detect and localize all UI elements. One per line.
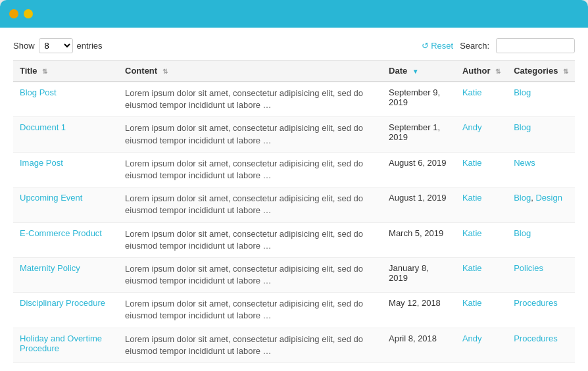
category-link[interactable]: Blog (514, 228, 531, 238)
category-link[interactable]: Blog (514, 122, 531, 132)
data-table: Title ⇅ Content ⇅ Date Author ⇅ Categori… (13, 60, 575, 363)
table-row: Image PostLorem ipsum dolor sit amet, co… (13, 152, 575, 187)
titlebar (0, 0, 588, 28)
cell-author: Katie (456, 152, 507, 187)
cell-categories: News (507, 152, 575, 187)
right-controls: ↺ Reset Search: (422, 38, 575, 53)
title-link[interactable]: E-Commerce Product (20, 228, 102, 238)
category-link[interactable]: Procedures (514, 298, 557, 308)
app-window: Show 8 10 25 50 100 entries ↺ Reset Sear… (0, 0, 588, 371)
cell-title: Disciplinary Procedure (13, 293, 118, 328)
cell-date: August 1, 2019 (382, 187, 456, 222)
cell-date: May 12, 2018 (382, 293, 456, 328)
search-label: Search: (460, 41, 489, 51)
search-input[interactable] (496, 38, 575, 53)
title-link[interactable]: Maternity Policy (20, 263, 80, 273)
cell-author: Katie (456, 257, 507, 292)
category-link[interactable]: Blog (514, 87, 531, 97)
cell-title: Blog Post (13, 82, 118, 117)
cell-content: Lorem ipsum dolor sit amet, consectetur … (118, 117, 382, 152)
cell-content: Lorem ipsum dolor sit amet, consectetur … (118, 257, 382, 292)
show-entries-control: Show 8 10 25 50 100 entries (13, 38, 103, 53)
table-row: Holiday and Overtime ProcedureLorem ipsu… (13, 328, 575, 362)
cell-categories: Blog, Design (507, 187, 575, 222)
author-link[interactable]: Katie (462, 87, 482, 97)
category-link[interactable]: Policies (514, 263, 543, 273)
author-link[interactable]: Katie (462, 158, 482, 168)
entries-label: entries (77, 41, 103, 51)
cell-categories: Procedures (507, 328, 575, 362)
cell-date: September 9, 2019 (382, 82, 456, 117)
table-body: Blog PostLorem ipsum dolor sit amet, con… (13, 82, 575, 363)
cell-date: January 8, 2019 (382, 257, 456, 292)
cell-title: Holiday and Overtime Procedure (13, 328, 118, 362)
reset-icon: ↺ (422, 41, 429, 51)
cell-author: Katie (456, 82, 507, 117)
cell-content: Lorem ipsum dolor sit amet, consectetur … (118, 152, 382, 187)
cell-title: Maternity Policy (13, 257, 118, 292)
author-link[interactable]: Andy (462, 334, 482, 343)
minimize-dot[interactable] (24, 9, 33, 18)
author-link[interactable]: Katie (462, 228, 482, 238)
table-header: Title ⇅ Content ⇅ Date Author ⇅ Categori… (13, 61, 575, 82)
table-row: Maternity PolicyLorem ipsum dolor sit am… (13, 257, 575, 292)
cell-title: Document 1 (13, 117, 118, 152)
title-link[interactable]: Image Post (20, 158, 63, 168)
date-sort-icon (412, 68, 419, 75)
cell-date: March 5, 2019 (382, 222, 456, 257)
cell-content: Lorem ipsum dolor sit amet, consectetur … (118, 328, 382, 362)
title-sort-icon: ⇅ (42, 68, 47, 75)
table-row: Document 1Lorem ipsum dolor sit amet, co… (13, 117, 575, 152)
cell-title: E-Commerce Product (13, 222, 118, 257)
col-title[interactable]: Title ⇅ (13, 61, 118, 82)
cell-date: April 8, 2018 (382, 328, 456, 362)
title-link[interactable]: Upcoming Event (20, 193, 82, 203)
table-row: E-Commerce ProductLorem ipsum dolor sit … (13, 222, 575, 257)
cell-author: Andy (456, 117, 507, 152)
top-controls: Show 8 10 25 50 100 entries ↺ Reset Sear… (13, 38, 575, 53)
cell-content: Lorem ipsum dolor sit amet, consectetur … (118, 82, 382, 117)
cell-title: Upcoming Event (13, 187, 118, 222)
author-link[interactable]: Andy (462, 122, 482, 132)
author-link[interactable]: Katie (462, 193, 482, 203)
cell-content: Lorem ipsum dolor sit amet, consectetur … (118, 187, 382, 222)
title-link[interactable]: Holiday and Overtime Procedure (20, 334, 102, 353)
col-date[interactable]: Date (382, 61, 456, 82)
title-link[interactable]: Document 1 (20, 122, 66, 132)
cell-date: August 6, 2019 (382, 152, 456, 187)
author-sort-icon: ⇅ (495, 68, 501, 75)
categories-sort-icon: ⇅ (563, 68, 568, 75)
cell-content: Lorem ipsum dolor sit amet, consectetur … (118, 222, 382, 257)
table-row: Upcoming EventLorem ipsum dolor sit amet… (13, 187, 575, 222)
main-content: Show 8 10 25 50 100 entries ↺ Reset Sear… (0, 28, 588, 371)
cell-author: Andy (456, 328, 507, 362)
category-link[interactable]: Procedures (514, 334, 557, 343)
author-link[interactable]: Katie (462, 298, 482, 308)
content-sort-icon: ⇅ (162, 68, 168, 75)
col-categories[interactable]: Categories ⇅ (507, 61, 575, 82)
cell-categories: Procedures (507, 293, 575, 328)
category-link[interactable]: Blog (514, 193, 531, 203)
table-row: Disciplinary ProcedureLorem ipsum dolor … (13, 293, 575, 328)
entries-select[interactable]: 8 10 25 50 100 (39, 38, 73, 53)
col-author[interactable]: Author ⇅ (456, 61, 507, 82)
cell-author: Katie (456, 187, 507, 222)
cell-author: Katie (456, 293, 507, 328)
cell-title: Image Post (13, 152, 118, 187)
cell-categories: Policies (507, 257, 575, 292)
category-link[interactable]: News (514, 158, 535, 168)
close-dot[interactable] (9, 9, 18, 18)
cell-categories: Blog (507, 82, 575, 117)
cell-categories: Blog (507, 222, 575, 257)
cell-author: Katie (456, 222, 507, 257)
col-content[interactable]: Content ⇅ (118, 61, 382, 82)
title-link[interactable]: Disciplinary Procedure (20, 298, 105, 308)
reset-button[interactable]: ↺ Reset (422, 41, 453, 51)
cell-content: Lorem ipsum dolor sit amet, consectetur … (118, 293, 382, 328)
author-link[interactable]: Katie (462, 263, 482, 273)
category-link[interactable]: Design (535, 193, 562, 203)
title-link[interactable]: Blog Post (20, 87, 57, 97)
cell-date: September 1, 2019 (382, 117, 456, 152)
cell-categories: Blog (507, 117, 575, 152)
show-label: Show (13, 41, 35, 51)
